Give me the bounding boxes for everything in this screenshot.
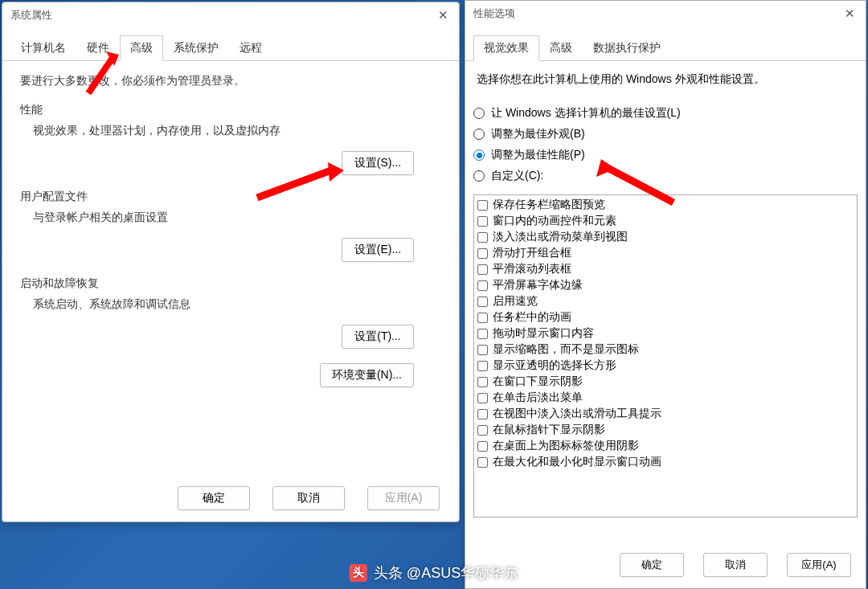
checkbox-icon <box>477 280 488 291</box>
tab-advanced[interactable]: 高级 <box>120 35 163 61</box>
check-label: 拖动时显示窗口内容 <box>493 326 594 341</box>
tab-dep[interactable]: 数据执行保护 <box>583 35 671 61</box>
cancel-button-2[interactable]: 取消 <box>703 553 768 577</box>
check-item[interactable]: 在桌面上为图标标签使用阴影 <box>477 438 854 454</box>
check-item[interactable]: 启用速览 <box>477 293 854 309</box>
checkbox-icon <box>477 200 488 211</box>
check-item[interactable]: 显示亚透明的选择长方形 <box>477 358 854 374</box>
check-label: 在鼠标指针下显示阴影 <box>493 423 605 437</box>
tab-visual-effects[interactable]: 视觉效果 <box>473 35 539 61</box>
check-item[interactable]: 平滑滚动列表框 <box>477 261 854 277</box>
startup-settings-button[interactable]: 设置(T)... <box>342 325 414 349</box>
group-title-startup: 启动和故障恢复 <box>20 276 441 291</box>
close-icon[interactable]: ✕ <box>435 7 451 23</box>
check-label: 平滑滚动列表框 <box>493 262 571 276</box>
profile-settings-button[interactable]: 设置(E)... <box>342 238 414 262</box>
radio-icon <box>473 108 485 119</box>
check-item[interactable]: 淡入淡出或滑动菜单到视图 <box>477 229 854 245</box>
check-label: 启用速览 <box>493 294 538 309</box>
check-label: 显示亚透明的选择长方形 <box>493 358 616 373</box>
watermark-text: 头条 @ASUS华硕华东 <box>374 563 518 583</box>
radio-icon <box>473 149 485 161</box>
check-item[interactable]: 任务栏中的动画 <box>477 309 854 325</box>
radio-label: 让 Windows 选择计算机的最佳设置(L) <box>491 106 681 121</box>
check-label: 在视图中淡入淡出或滑动工具提示 <box>493 407 661 421</box>
performance-settings-button[interactable]: 设置(S)... <box>342 151 414 175</box>
checkbox-icon <box>477 457 488 468</box>
radio-group: 让 Windows 选择计算机的最佳设置(L) 调整为最佳外观(B) 调整为最佳… <box>473 103 866 186</box>
group-title-profile: 用户配置文件 <box>20 190 441 204</box>
radio-best-appearance[interactable]: 调整为最佳外观(B) <box>473 124 866 145</box>
checkbox-icon <box>477 361 488 371</box>
environment-variables-button[interactable]: 环境变量(N)... <box>320 363 414 387</box>
radio-custom[interactable]: 自定义(C): <box>473 166 866 186</box>
check-item[interactable]: 在鼠标指针下显示阴影 <box>477 422 854 438</box>
check-item[interactable]: 在视图中淡入淡出或滑动工具提示 <box>477 406 854 422</box>
apply-button-2[interactable]: 应用(A) <box>787 553 851 577</box>
checkbox-icon <box>477 297 488 307</box>
check-item[interactable]: 在窗口下显示阴影 <box>477 374 854 390</box>
group-desc-performance: 视觉效果，处理器计划，内存使用，以及虚拟内存 <box>20 124 441 138</box>
dialog2-description: 选择你想在此计算机上使用的 Windows 外观和性能设置。 <box>465 61 866 92</box>
checkbox-icon <box>477 329 488 339</box>
check-item[interactable]: 平滑屏幕字体边缘 <box>477 277 854 293</box>
check-item[interactable]: 滑动打开组合框 <box>477 245 854 261</box>
close-icon-2[interactable]: ✕ <box>841 6 858 22</box>
checkbox-icon <box>477 248 488 259</box>
checkbox-icon <box>477 313 488 323</box>
checkbox-icon <box>477 216 488 227</box>
tab-computer-name[interactable]: 计算机名 <box>10 35 76 61</box>
group-desc-profile: 与登录帐户相关的桌面设置 <box>20 211 441 225</box>
dialog-content: 要进行大多数更改，你必须作为管理员登录。 性能 视觉效果，处理器计划，内存使用，… <box>2 61 459 400</box>
cancel-button[interactable]: 取消 <box>272 486 345 510</box>
watermark: 头 头条 @ASUS华硕华东 <box>350 563 518 583</box>
check-item[interactable]: 在单击后淡出菜单 <box>477 390 854 406</box>
check-label: 任务栏中的动画 <box>493 310 571 325</box>
checkbox-icon <box>477 345 488 355</box>
check-item[interactable]: 拖动时显示窗口内容 <box>477 325 854 342</box>
radio-label: 调整为最佳外观(B) <box>491 127 585 141</box>
check-label: 显示缩略图，而不是显示图标 <box>493 342 639 357</box>
checkbox-icon <box>477 425 488 436</box>
visual-effects-checklist[interactable]: 保存任务栏缩略图预览窗口内的动画控件和元素淡入淡出或滑动菜单到视图滑动打开组合框… <box>473 194 858 517</box>
group-desc-startup: 系统启动、系统故障和调试信息 <box>20 297 441 312</box>
radio-icon <box>473 170 485 182</box>
check-label: 保存任务栏缩略图预览 <box>493 198 605 212</box>
ok-button[interactable]: 确定 <box>178 486 250 510</box>
check-label: 淡入淡出或滑动菜单到视图 <box>493 230 628 244</box>
dialog2-title: 性能选项 <box>473 6 515 21</box>
performance-options-dialog: 性能选项 ✕ 视觉效果 高级 数据执行保护 选择你想在此计算机上使用的 Wind… <box>465 0 866 589</box>
checkbox-icon <box>477 264 488 275</box>
performance-group: 性能 视觉效果，处理器计划，内存使用，以及虚拟内存 设置(S)... <box>20 103 441 175</box>
check-label: 在单击后淡出菜单 <box>493 391 583 405</box>
startup-group: 启动和故障恢复 系统启动、系统故障和调试信息 设置(T)... <box>20 276 441 349</box>
checkbox-icon <box>477 232 488 243</box>
check-item[interactable]: 保存任务栏缩略图预览 <box>477 197 854 213</box>
tab-advanced-2[interactable]: 高级 <box>539 35 583 61</box>
env-row: 环境变量(N)... <box>20 363 441 387</box>
tab-hardware[interactable]: 硬件 <box>76 35 120 61</box>
checkbox-icon <box>477 393 488 403</box>
check-label: 窗口内的动画控件和元素 <box>493 214 616 228</box>
tab-remote[interactable]: 远程 <box>229 35 272 61</box>
ok-button-2[interactable]: 确定 <box>620 553 684 577</box>
check-item[interactable]: 窗口内的动画控件和元素 <box>477 213 854 229</box>
tab-bar-2: 视觉效果 高级 数据执行保护 <box>465 27 866 61</box>
radio-best-performance[interactable]: 调整为最佳性能(P) <box>473 145 866 166</box>
check-label: 滑动打开组合框 <box>493 246 571 260</box>
check-label: 在最大化和最小化时显示窗口动画 <box>493 455 661 469</box>
radio-label: 自定义(C): <box>491 169 543 183</box>
checkbox-icon <box>477 441 488 452</box>
radio-icon <box>473 129 485 140</box>
titlebar: 系统属性 ✕ <box>2 2 459 28</box>
radio-label: 调整为最佳性能(P) <box>491 148 585 162</box>
dialog-footer: 确定 取消 应用(A) <box>166 486 440 510</box>
checkbox-icon <box>477 409 488 419</box>
apply-button[interactable]: 应用(A) <box>367 486 440 510</box>
tab-system-protection[interactable]: 系统保护 <box>163 35 229 61</box>
check-item[interactable]: 显示缩略图，而不是显示图标 <box>477 342 854 358</box>
radio-let-windows-choose[interactable]: 让 Windows 选择计算机的最佳设置(L) <box>473 103 866 124</box>
watermark-icon: 头 <box>350 564 367 582</box>
dialog2-footer: 确定 取消 应用(A) <box>608 553 851 577</box>
check-item[interactable]: 在最大化和最小化时显示窗口动画 <box>477 454 854 470</box>
